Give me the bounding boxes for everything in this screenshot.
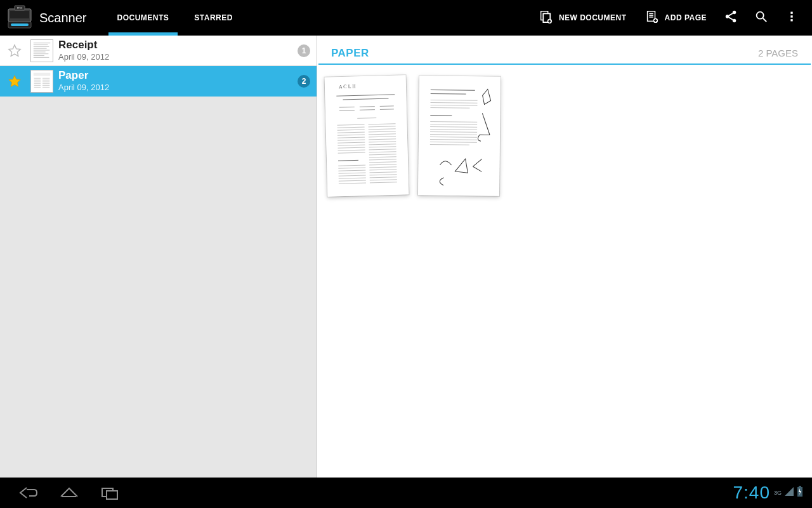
action-label: ADD PAGE bbox=[665, 13, 707, 22]
svg-text:PRO: PRO bbox=[17, 6, 23, 10]
system-nav-bar: 7:40 3G bbox=[0, 478, 812, 508]
search-icon bbox=[754, 10, 768, 26]
page-thumbnail-2[interactable] bbox=[418, 76, 501, 196]
share-button[interactable] bbox=[716, 0, 746, 36]
search-button[interactable] bbox=[746, 0, 776, 36]
recent-apps-icon bbox=[99, 485, 121, 500]
detail-pane: PAPER 2 PAGES A C L II bbox=[317, 36, 812, 478]
tab-starred[interactable]: STARRED bbox=[181, 0, 246, 36]
document-row-receipt[interactable]: Receipt April 09, 2012 1 bbox=[0, 36, 317, 66]
home-icon bbox=[58, 485, 80, 500]
tab-label: STARRED bbox=[194, 13, 233, 22]
svg-rect-131 bbox=[799, 486, 801, 487]
svg-rect-26 bbox=[790, 19, 792, 21]
back-icon bbox=[18, 485, 39, 500]
app-title: Scanner bbox=[39, 11, 87, 25]
status-clock[interactable]: 7:40 bbox=[733, 483, 770, 503]
page-grid: A C L II bbox=[317, 65, 812, 207]
document-title: Paper bbox=[58, 70, 292, 82]
svg-rect-1 bbox=[10, 11, 29, 18]
star-outline-icon bbox=[8, 44, 22, 58]
status-tray[interactable]: 3G bbox=[774, 486, 803, 500]
new-document-icon bbox=[539, 10, 553, 26]
svg-rect-25 bbox=[790, 15, 792, 17]
share-icon bbox=[724, 10, 738, 26]
svg-line-111 bbox=[431, 94, 466, 95]
new-document-button[interactable]: NEW DOCUMENT bbox=[530, 0, 636, 36]
document-title: Receipt bbox=[58, 39, 292, 51]
svg-marker-38 bbox=[9, 75, 20, 86]
document-row-paper[interactable]: Paper April 09, 2012 2 bbox=[0, 66, 317, 97]
tab-label: DOCUMENTS bbox=[117, 13, 169, 22]
document-meta: Paper April 09, 2012 bbox=[58, 70, 292, 92]
page-thumbnail-1[interactable]: A C L II bbox=[325, 75, 409, 196]
home-button[interactable] bbox=[57, 484, 81, 502]
svg-rect-53 bbox=[325, 75, 409, 196]
svg-point-22 bbox=[757, 12, 764, 19]
network-label: 3G bbox=[774, 490, 782, 496]
svg-rect-128 bbox=[107, 491, 117, 499]
tab-documents[interactable]: DOCUMENTS bbox=[105, 0, 182, 36]
svg-line-23 bbox=[763, 18, 767, 22]
star-toggle[interactable] bbox=[4, 74, 25, 88]
svg-point-21 bbox=[733, 19, 737, 22]
action-label: NEW DOCUMENT bbox=[559, 13, 627, 22]
svg-point-19 bbox=[733, 11, 737, 15]
overflow-menu-button[interactable] bbox=[776, 0, 807, 36]
overflow-menu-icon bbox=[785, 10, 798, 25]
document-thumbnail bbox=[30, 70, 53, 93]
document-list: Receipt April 09, 2012 1 bbox=[0, 36, 317, 478]
document-date: April 09, 2012 bbox=[58, 83, 292, 92]
svg-rect-28 bbox=[31, 40, 53, 62]
signal-icon bbox=[784, 486, 794, 499]
detail-header: PAPER 2 PAGES bbox=[318, 36, 811, 65]
back-button[interactable] bbox=[16, 484, 41, 502]
svg-rect-40 bbox=[34, 72, 50, 76]
svg-text:A C L  II: A C L II bbox=[339, 83, 356, 90]
svg-marker-27 bbox=[9, 44, 20, 56]
detail-title: PAPER bbox=[331, 47, 369, 60]
document-meta: Receipt April 09, 2012 bbox=[58, 39, 292, 62]
add-page-button[interactable]: ADD PAGE bbox=[636, 0, 716, 36]
content-area: Receipt April 09, 2012 1 bbox=[0, 36, 812, 478]
add-page-icon bbox=[645, 10, 658, 26]
svg-rect-3 bbox=[11, 23, 29, 26]
detail-page-count: 2 PAGES bbox=[758, 48, 798, 58]
document-thumbnail bbox=[30, 39, 53, 62]
svg-point-20 bbox=[726, 15, 730, 18]
star-toggle[interactable] bbox=[4, 44, 25, 58]
document-date: April 09, 2012 bbox=[58, 52, 292, 62]
svg-rect-24 bbox=[790, 12, 792, 14]
star-filled-icon bbox=[8, 74, 22, 88]
page-count-badge: 2 bbox=[298, 75, 310, 88]
action-bar: PRO Scanner DOCUMENTS STARRED NEW DOCUME… bbox=[0, 0, 812, 36]
app-icon: PRO bbox=[6, 5, 33, 30]
battery-icon bbox=[797, 486, 803, 500]
tabs: DOCUMENTS STARRED bbox=[105, 0, 246, 36]
recent-apps-button[interactable] bbox=[98, 484, 122, 502]
page-count-badge: 1 bbox=[298, 44, 310, 57]
